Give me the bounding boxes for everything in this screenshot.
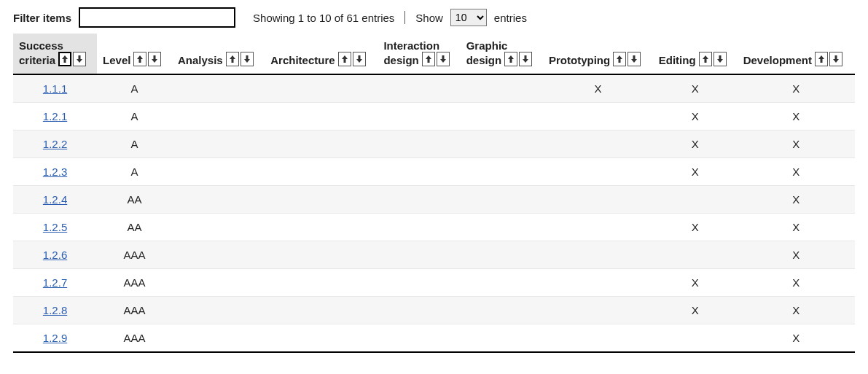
sort-controls (226, 52, 254, 66)
criteria-link[interactable]: 1.2.1 (43, 110, 67, 122)
criteria-link[interactable]: 1.1.1 (43, 82, 67, 95)
criteria-link[interactable]: 1.2.9 (43, 332, 67, 344)
column-label: Prototyping (549, 54, 610, 66)
entries-per-page-select[interactable]: 102550100 (450, 9, 487, 26)
sort-asc-button[interactable] (422, 52, 435, 66)
criteria-link[interactable]: 1.2.6 (43, 249, 67, 261)
sort-controls (504, 52, 532, 66)
cell-architecture (265, 186, 378, 214)
column-label: Success (19, 39, 90, 52)
cell-development: X (738, 103, 855, 130)
cell-interaction_design (378, 241, 460, 269)
cell-development: X (738, 186, 855, 214)
sort-asc-button[interactable] (338, 52, 351, 66)
cell-graphic_design (461, 186, 543, 214)
show-label-before: Show (415, 12, 443, 24)
sort-controls (422, 52, 450, 66)
column-label: Level (103, 54, 130, 66)
arrow-up-icon (818, 55, 825, 63)
arrow-down-icon (151, 55, 158, 63)
cell-level: AAA (97, 241, 172, 269)
criteria-link[interactable]: 1.2.7 (43, 276, 67, 289)
arrow-down-icon (630, 55, 638, 63)
cell-development: X (738, 214, 855, 241)
column-header-prototyping: Prototyping (543, 34, 653, 74)
criteria-link[interactable]: 1.2.3 (43, 165, 67, 178)
cell-interaction_design (378, 269, 460, 297)
table-row: 1.2.1AXX (13, 103, 855, 130)
criteria-table: SuccesscriteriaLevelAnalysisArchitecture… (13, 34, 855, 353)
criteria-link[interactable]: 1.2.8 (43, 304, 67, 316)
column-header-success_criteria: Successcriteria (13, 34, 97, 74)
cell-level: A (97, 103, 172, 130)
sort-asc-button[interactable] (699, 52, 712, 66)
column-header-editing: Editing (653, 34, 738, 74)
cell-architecture (265, 74, 378, 103)
sort-desc-button[interactable] (148, 52, 161, 66)
entries-status: Showing 1 to 10 of 61 entries (253, 12, 394, 24)
cell-analysis (172, 297, 265, 324)
cell-analysis (172, 158, 265, 186)
sort-desc-button[interactable] (829, 52, 842, 66)
cell-level: AA (97, 214, 172, 241)
column-header-graphic_design: Graphicdesign (461, 34, 543, 74)
criteria-link[interactable]: 1.2.4 (43, 193, 67, 206)
arrow-up-icon (229, 55, 236, 63)
cell-architecture (265, 103, 378, 130)
cell-prototyping (543, 269, 653, 297)
cell-editing: X (653, 74, 738, 103)
table-row: 1.1.1AXXX (13, 74, 855, 103)
column-header-interaction_design: Interactiondesign (378, 34, 460, 74)
sort-controls (338, 52, 366, 66)
arrow-up-icon (616, 55, 623, 63)
cell-development: X (738, 158, 855, 186)
sort-controls (815, 52, 842, 66)
sort-desc-button[interactable] (437, 52, 450, 66)
cell-success_criteria: 1.2.2 (13, 130, 97, 158)
sort-asc-button[interactable] (815, 52, 828, 66)
sort-desc-button[interactable] (713, 52, 727, 66)
cell-analysis (172, 103, 265, 130)
cell-graphic_design (461, 158, 543, 186)
cell-prototyping: X (543, 74, 653, 103)
table-row: 1.2.9AAAX (13, 324, 855, 353)
sort-asc-button[interactable] (133, 52, 146, 66)
cell-level: AAA (97, 324, 172, 353)
sort-asc-button[interactable] (58, 52, 71, 66)
cell-analysis (172, 324, 265, 353)
criteria-link[interactable]: 1.2.5 (43, 221, 67, 233)
cell-interaction_design (378, 74, 460, 103)
column-label: Graphic (466, 39, 536, 52)
cell-interaction_design (378, 297, 460, 324)
cell-graphic_design (461, 241, 543, 269)
sort-desc-button[interactable] (241, 52, 254, 66)
sort-asc-button[interactable] (504, 52, 517, 66)
cell-success_criteria: 1.2.4 (13, 186, 97, 214)
cell-interaction_design (378, 158, 460, 186)
cell-editing: X (653, 130, 738, 158)
sort-desc-button[interactable] (353, 52, 366, 66)
table-row: 1.2.6AAAX (13, 241, 855, 269)
cell-interaction_design (378, 214, 460, 241)
sort-asc-button[interactable] (226, 52, 239, 66)
cell-analysis (172, 186, 265, 214)
sort-asc-button[interactable] (613, 52, 626, 66)
sort-desc-button[interactable] (73, 52, 86, 66)
cell-success_criteria: 1.2.6 (13, 241, 97, 269)
cell-editing: X (653, 214, 738, 241)
cell-success_criteria: 1.2.3 (13, 158, 97, 186)
criteria-link[interactable]: 1.2.2 (43, 138, 67, 150)
table-controls: Filter items Showing 1 to 10 of 61 entri… (13, 7, 855, 28)
cell-development: X (738, 241, 855, 269)
sort-desc-button[interactable] (627, 52, 641, 66)
column-label: Interaction (383, 39, 453, 52)
cell-interaction_design (378, 186, 460, 214)
divider (404, 11, 405, 24)
arrow-up-icon (702, 55, 709, 63)
sort-desc-button[interactable] (519, 52, 532, 66)
filter-input[interactable] (79, 7, 235, 28)
show-label-after: entries (494, 12, 527, 24)
sort-controls (613, 52, 641, 66)
column-label: Architecture (270, 54, 335, 66)
sort-controls (133, 52, 161, 66)
